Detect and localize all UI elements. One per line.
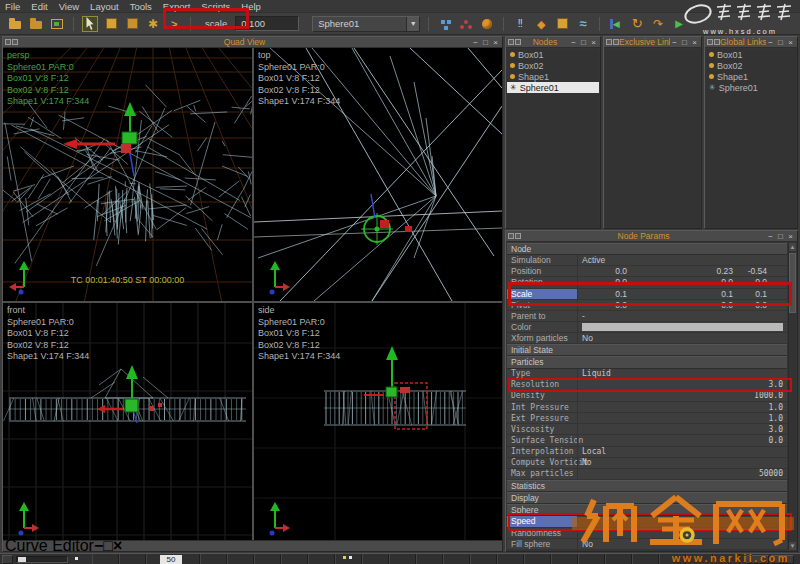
param-row-max-particles[interactable]: Max particles50000: [507, 469, 787, 480]
nodes-minimize-button[interactable]: −: [569, 38, 578, 47]
param-row-position[interactable]: Position0.00.23-0.54: [507, 266, 787, 277]
nodes-close-button[interactable]: ×: [589, 38, 598, 47]
list-item-box02[interactable]: Box02: [507, 60, 599, 71]
timeline-button[interactable]: [746, 555, 769, 564]
step-sim-icon[interactable]: ↷: [650, 16, 666, 32]
menu-item-edit[interactable]: Edit: [31, 1, 47, 12]
timeline-back-button[interactable]: [2, 555, 13, 564]
panel-menu-icons[interactable]: [508, 39, 521, 45]
timeline-cell[interactable]: [200, 554, 227, 564]
menu-item-file[interactable]: File: [5, 1, 20, 12]
timeline-slider[interactable]: [16, 556, 68, 563]
emitter-icon[interactable]: [479, 16, 495, 32]
list-item-box01[interactable]: Box01: [507, 49, 599, 60]
param-row-speed[interactable]: Speed: [507, 516, 787, 527]
menu-item-tools[interactable]: Tools: [130, 1, 152, 12]
timeline-cell[interactable]: [362, 554, 389, 564]
exclusive-links-close-button[interactable]: ×: [690, 38, 699, 47]
curve-editor-bar[interactable]: Curve Editor −□×: [3, 540, 502, 551]
viewport-persp[interactable]: perspSphere01 PAR:0Box01 V:8 F:12Box02 V…: [3, 48, 252, 301]
gem-icon[interactable]: ◆: [533, 16, 549, 32]
nodes-restore-button[interactable]: □: [579, 38, 588, 47]
timeline-cell[interactable]: [551, 554, 578, 564]
add-particles-icon[interactable]: [437, 16, 453, 32]
list-item-sphere01[interactable]: ✳Sphere01: [706, 82, 796, 93]
param-section-sphere[interactable]: Sphere: [507, 504, 787, 516]
timeline-cell[interactable]: [308, 554, 335, 564]
param-section-display[interactable]: Display: [507, 492, 787, 504]
param-row-color[interactable]: Color: [507, 322, 787, 333]
timeline-cell[interactable]: [92, 554, 119, 564]
mesh-icon[interactable]: [554, 16, 570, 32]
node-params-minimize-button[interactable]: −: [766, 232, 775, 241]
panel-menu-icons[interactable]: [5, 39, 18, 45]
curve-editor-close-button[interactable]: ×: [113, 537, 122, 554]
param-row-xform-particles[interactable]: Xform particlesNo: [507, 333, 787, 344]
scroll-down-icon[interactable]: ▼: [789, 542, 796, 550]
param-section-statistics[interactable]: Statistics: [507, 480, 787, 492]
exclusive-links-restore-button[interactable]: □: [680, 38, 689, 47]
param-row-type[interactable]: TypeLiquid: [507, 369, 787, 380]
timeline-cell[interactable]: [119, 554, 146, 564]
rotate-tool-icon[interactable]: [124, 16, 140, 32]
param-row-compute-vorticit[interactable]: Compute VorticitNo: [507, 458, 787, 469]
timeline-cell[interactable]: [227, 554, 254, 564]
param-row-interpolation[interactable]: InterpolationLocal: [507, 447, 787, 458]
timeline-current-frame[interactable]: 50: [160, 555, 182, 564]
timeline-cell[interactable]: [605, 554, 632, 564]
timeline-button[interactable]: [771, 555, 794, 564]
param-row-fill-sphere[interactable]: Fill sphereNo: [507, 539, 787, 550]
timeline-cell[interactable]: [713, 554, 740, 564]
curve-tool-icon[interactable]: >: [166, 16, 182, 32]
list-item-shape1[interactable]: Shape1: [706, 71, 796, 82]
move-tool-icon[interactable]: [103, 16, 119, 32]
menu-item-export[interactable]: Export: [163, 1, 190, 12]
exclusive-links-minimize-button[interactable]: −: [670, 38, 679, 47]
param-row-parent-to[interactable]: Parent to-: [507, 311, 787, 322]
list-item-shape1[interactable]: Shape1: [507, 71, 599, 82]
timeline-cell[interactable]: [524, 554, 551, 564]
global-links-minimize-button[interactable]: −: [766, 38, 775, 47]
color-swatch[interactable]: [582, 323, 783, 331]
param-row-viscosity[interactable]: Viscosity3.0: [507, 424, 787, 435]
list-item-box02[interactable]: Box02: [706, 60, 796, 71]
list-item-box01[interactable]: Box01: [706, 49, 796, 60]
chevron-down-icon[interactable]: ▼: [406, 17, 419, 31]
timeline-cell[interactable]: [632, 554, 659, 564]
menu-item-scripts[interactable]: Scripts: [201, 1, 230, 12]
panel-menu-icons[interactable]: [508, 233, 521, 239]
timeline-cell[interactable]: [281, 554, 308, 564]
scale-tool-icon[interactable]: ✱: [145, 16, 161, 32]
loop-sim-icon[interactable]: ↻: [629, 16, 645, 32]
viewport-front[interactable]: frontSphere01 PAR:0Box01 V:8 F:12Box02 V…: [3, 303, 252, 542]
panel-menu-icons[interactable]: [606, 39, 619, 45]
timeline-cell[interactable]: [470, 554, 497, 564]
alerts-icon[interactable]: ‼: [512, 16, 528, 32]
play-sim-icon[interactable]: ▶: [671, 16, 687, 32]
save-scene-icon[interactable]: [28, 16, 44, 32]
slider-handle[interactable]: [18, 557, 26, 562]
select-tool-icon[interactable]: [82, 16, 98, 32]
list-item-sphere01[interactable]: ✳Sphere01: [507, 82, 599, 93]
global-links-close-button[interactable]: ×: [786, 38, 795, 47]
quad-view-restore-button[interactable]: □: [481, 38, 490, 47]
timeline-cell[interactable]: [416, 554, 443, 564]
curve-editor-restore-button[interactable]: □: [103, 537, 113, 554]
param-row-pivot[interactable]: Pivot0.00.00.0: [507, 300, 787, 311]
node-params-restore-button[interactable]: □: [776, 232, 785, 241]
param-row-surface-tension[interactable]: Surface Tension0.0: [507, 435, 787, 446]
param-row-randomness[interactable]: Randomness: [507, 528, 787, 539]
preview-icon[interactable]: [49, 16, 65, 32]
waves-icon[interactable]: ≈: [575, 16, 591, 32]
timeline-cell[interactable]: [254, 554, 281, 564]
timeline-cell[interactable]: [443, 554, 470, 564]
param-row-scale[interactable]: Scale0.10.10.1: [507, 289, 787, 300]
timeline[interactable]: 50: [0, 553, 800, 564]
params-scrollbar[interactable]: ▲ ▼: [788, 243, 796, 550]
param-section-initial-state[interactable]: Initial State: [507, 344, 787, 356]
timeline-cell[interactable]: [389, 554, 416, 564]
param-row-rotation[interactable]: Rotation0.00.00.0: [507, 277, 787, 288]
timeline-cell[interactable]: [497, 554, 524, 564]
param-row-resolution[interactable]: Resolution3.0: [507, 380, 787, 391]
param-row-int-pressure[interactable]: Int Pressure1.0: [507, 402, 787, 413]
